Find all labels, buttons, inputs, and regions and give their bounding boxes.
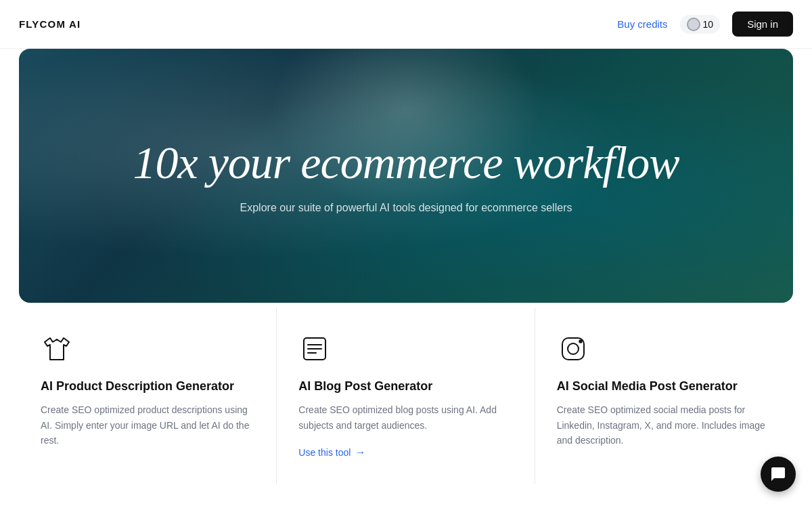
tool-card-product-description: AI Product Description Generator Create … <box>19 308 277 484</box>
chat-icon <box>770 466 786 482</box>
tools-section: AI Product Description Generator Create … <box>19 308 793 484</box>
tool-card-blog-post: AI Blog Post Generator Create SEO optimi… <box>277 308 535 484</box>
header: FLYCOM AI Buy credits 10 Sign in <box>0 0 812 49</box>
instagram-icon <box>557 333 589 365</box>
document-icon <box>298 333 331 365</box>
tool-card-social-media: AI Social Media Post Generator Create SE… <box>535 308 793 484</box>
header-right: Buy credits 10 Sign in <box>617 12 793 37</box>
arrow-icon-blog: → <box>355 446 365 459</box>
sign-in-button[interactable]: Sign in <box>732 12 793 37</box>
tool-title-blog: AI Blog Post Generator <box>298 379 512 394</box>
credits-badge: 10 <box>680 15 721 34</box>
hero-banner: 10x your ecommerce workflow Explore our … <box>19 49 793 303</box>
buy-credits-label: Buy credits <box>617 18 667 30</box>
hero-title: 10x your ecommerce workflow <box>133 137 679 188</box>
tshirt-icon <box>41 333 73 365</box>
chat-button[interactable] <box>761 457 796 492</box>
tool-desc-social: Create SEO optimized social media posts … <box>557 402 771 448</box>
credits-count: 10 <box>703 19 714 30</box>
buy-credits-link[interactable]: Buy credits <box>617 18 667 30</box>
logo: FLYCOM AI <box>19 18 81 30</box>
use-tool-label-blog: Use this tool <box>298 447 351 458</box>
tool-title-social: AI Social Media Post Generator <box>557 379 771 394</box>
coin-icon <box>687 18 700 31</box>
tool-title-product: AI Product Description Generator <box>41 379 254 394</box>
tool-desc-product: Create SEO optimized product description… <box>41 402 254 448</box>
svg-point-6 <box>579 340 582 343</box>
use-tool-link-blog[interactable]: Use this tool → <box>298 446 365 459</box>
tool-desc-blog: Create SEO optimized blog posts using AI… <box>298 402 512 433</box>
svg-point-5 <box>568 343 579 354</box>
hero-subtitle: Explore our suite of powerful AI tools d… <box>240 202 572 214</box>
